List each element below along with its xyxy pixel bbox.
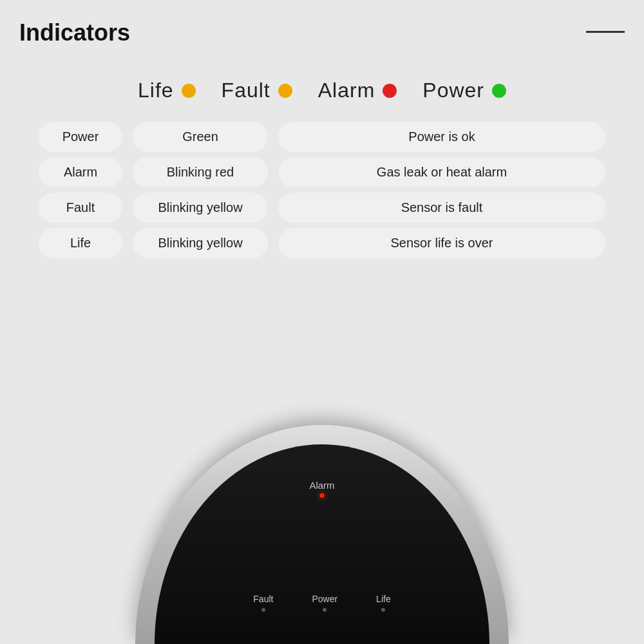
device-circle: Alarm Fault Power Life	[135, 425, 509, 644]
cell-name-life: Life	[39, 228, 122, 258]
table-section: Power Green Power is ok Alarm Blinking r…	[0, 122, 644, 258]
legend-item-life: Life	[138, 79, 196, 102]
legend-dot-life	[182, 84, 196, 98]
legend-label-life: Life	[138, 79, 174, 102]
cell-indicator-power: Green	[133, 122, 268, 152]
device-labels: Fault Power Life	[155, 594, 489, 612]
device-fault-label: Fault	[253, 594, 273, 604]
legend-label-fault: Fault	[222, 79, 270, 102]
device-power-dot	[323, 608, 327, 612]
device-life-label: Life	[376, 594, 391, 604]
legend-dot-fault	[278, 84, 292, 98]
cell-description-life: Sensor life is over	[278, 228, 605, 258]
legend-row: Life Fault Alarm Power	[0, 79, 644, 102]
legend-dot-alarm	[383, 84, 397, 98]
cell-description-power: Power is ok	[278, 122, 605, 152]
header-line	[586, 31, 625, 33]
cell-description-fault: Sensor is fault	[278, 193, 605, 223]
cell-indicator-life: Blinking yellow	[133, 228, 268, 258]
table-row: Alarm Blinking red Gas leak or heat alar…	[39, 157, 605, 187]
legend-label-power: Power	[422, 79, 484, 102]
table-row: Power Green Power is ok	[39, 122, 605, 152]
device-power-label: Power	[312, 594, 337, 604]
device-fault-group: Fault	[253, 594, 273, 612]
device-fault-dot	[261, 608, 265, 612]
cell-name-power: Power	[39, 122, 122, 152]
device-area: Alarm Fault Power Life	[97, 399, 547, 644]
table-row: Fault Blinking yellow Sensor is fault	[39, 193, 605, 223]
cell-indicator-alarm: Blinking red	[133, 157, 268, 187]
device-life-dot	[381, 608, 385, 612]
cell-name-alarm: Alarm	[39, 157, 122, 187]
device-inner: Alarm Fault Power Life	[155, 444, 489, 644]
cell-description-alarm: Gas leak or heat alarm	[278, 157, 605, 187]
device-life-group: Life	[376, 594, 391, 612]
legend-item-power: Power	[422, 79, 506, 102]
table-row: Life Blinking yellow Sensor life is over	[39, 228, 605, 258]
device-power-group: Power	[312, 594, 337, 612]
header: Indicators	[0, 0, 644, 53]
legend-dot-power	[492, 84, 506, 98]
alarm-group: Alarm	[309, 480, 334, 498]
device-alarm-dot	[319, 493, 324, 498]
legend-item-alarm: Alarm	[318, 79, 397, 102]
page-container: Indicators Life Fault Alarm Power Power	[0, 0, 644, 644]
page-title: Indicators	[19, 19, 130, 46]
cell-name-fault: Fault	[39, 193, 122, 223]
legend-item-fault: Fault	[222, 79, 292, 102]
cell-indicator-fault: Blinking yellow	[133, 193, 268, 223]
legend-label-alarm: Alarm	[318, 79, 375, 102]
device-alarm-label: Alarm	[309, 480, 334, 491]
